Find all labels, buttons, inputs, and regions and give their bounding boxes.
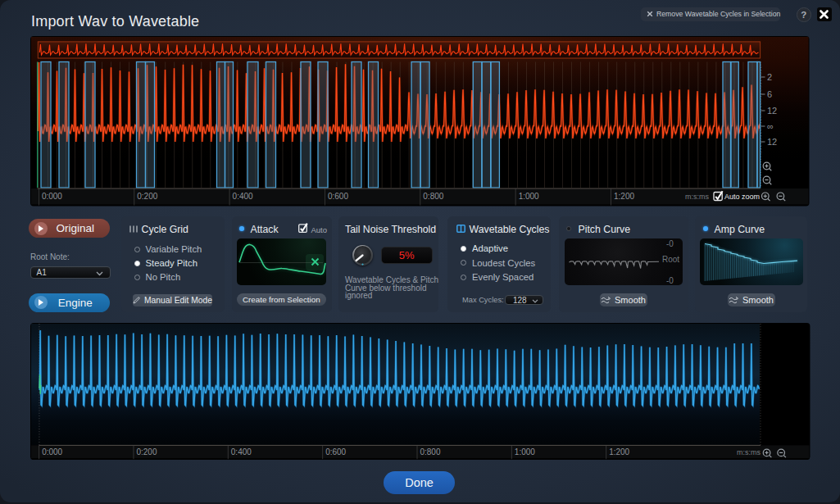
- svg-text:Auto zoom: Auto zoom: [724, 193, 760, 201]
- svg-text:0:800: 0:800: [420, 448, 441, 457]
- svg-text:12: 12: [767, 106, 777, 116]
- svg-text:1:200: 1:200: [614, 192, 634, 201]
- svg-text:1:000: 1:000: [519, 192, 539, 201]
- svg-text:Root: Root: [662, 255, 679, 264]
- svg-text:0:000: 0:000: [42, 192, 62, 201]
- svg-text:6: 6: [767, 89, 772, 99]
- svg-text:1:200: 1:200: [609, 448, 629, 457]
- svg-text:12: 12: [767, 137, 777, 147]
- svg-text:m:s:ms: m:s:ms: [737, 449, 761, 457]
- svg-text:0:400: 0:400: [233, 192, 253, 201]
- svg-text:0:000: 0:000: [42, 448, 62, 457]
- svg-text:0:800: 0:800: [423, 192, 443, 201]
- svg-text:2: 2: [767, 72, 772, 82]
- svg-text:-0: -0: [666, 275, 674, 284]
- svg-text:0:600: 0:600: [328, 192, 348, 201]
- svg-text:0:200: 0:200: [136, 448, 157, 457]
- svg-text:0:200: 0:200: [137, 192, 157, 201]
- svg-text:m:s:ms: m:s:ms: [685, 193, 709, 201]
- svg-text:0:600: 0:600: [325, 448, 346, 457]
- svg-text:∞: ∞: [767, 121, 774, 131]
- svg-text:-0: -0: [666, 238, 674, 247]
- svg-text:0:400: 0:400: [231, 448, 252, 457]
- svg-text:1:000: 1:000: [515, 448, 535, 457]
